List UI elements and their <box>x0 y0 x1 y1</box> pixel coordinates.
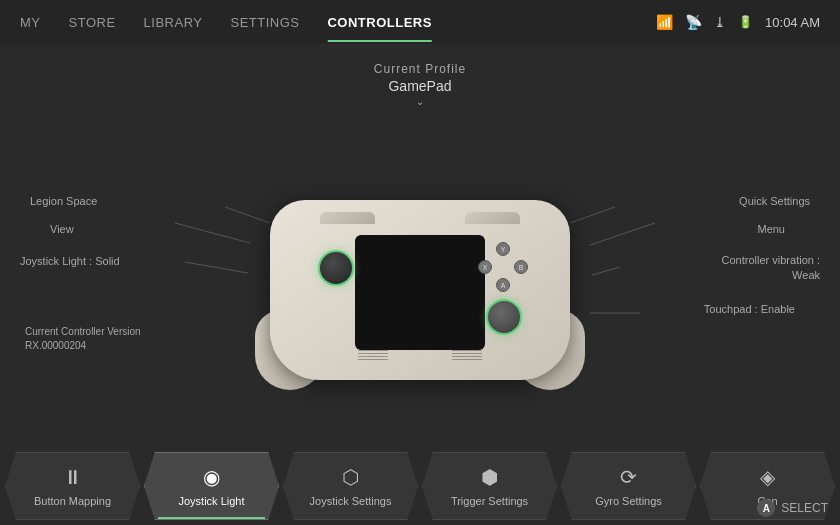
controller-image: Y A X B <box>250 180 590 390</box>
svg-line-1 <box>175 223 250 243</box>
nav-item-controllers[interactable]: CONTROLLERS <box>327 15 431 30</box>
label-joystick-solid: Joystick Light : Solid <box>20 255 120 267</box>
controller-main-body: Y A X B <box>270 200 570 380</box>
profile-section: Current Profile GamePad ⌄ <box>0 44 840 115</box>
label-quick-settings: Quick Settings <box>739 195 810 207</box>
button-y: Y <box>496 242 510 256</box>
bumper-right <box>465 212 520 224</box>
joystick-right <box>486 299 522 335</box>
label-legion-space: Legion Space <box>30 195 97 207</box>
select-label: SELECT <box>781 501 828 515</box>
joystick-light-icon: ◉ <box>203 465 220 489</box>
tab-joystick-light[interactable]: ◉ Joystick Light <box>144 452 279 520</box>
bumper-left <box>320 212 375 224</box>
bottom-tabs: ⏸ Button Mapping ◉ Joystick Light ⬡ Joys… <box>0 447 840 525</box>
top-navigation: MY STORE LIBRARY SETTINGS CONTROLLERS 📶 … <box>0 0 840 44</box>
status-bar: 📶 📡 ⤓ 🔋 10:04 AM <box>656 14 820 30</box>
tab-joystick-settings[interactable]: ⬡ Joystick Settings <box>283 452 418 520</box>
profile-name[interactable]: GamePad <box>0 78 840 94</box>
main-content: Legion Space View Joystick Light : Solid… <box>0 115 840 455</box>
tab-joystick-settings-label: Joystick Settings <box>310 495 392 507</box>
label-vibration: Controller vibration : Weak <box>722 253 820 284</box>
download-icon: ⤓ <box>714 14 726 30</box>
tab-gyro-settings-label: Gyro Settings <box>595 495 662 507</box>
joystick-settings-icon: ⬡ <box>342 465 359 489</box>
tab-trigger-settings[interactable]: ⬢ Trigger Settings <box>422 452 557 520</box>
button-b: B <box>514 260 528 274</box>
trigger-settings-icon: ⬢ <box>481 465 498 489</box>
svg-line-5 <box>592 267 620 275</box>
label-version: Current Controller Version RX.00000204 <box>25 325 141 353</box>
speaker-right <box>452 350 482 362</box>
nav-item-settings[interactable]: SETTINGS <box>230 15 299 30</box>
controller-screen <box>355 235 485 350</box>
profile-chevron[interactable]: ⌄ <box>0 96 840 107</box>
bluetooth-icon: 📡 <box>685 14 702 30</box>
tab-button-mapping[interactable]: ⏸ Button Mapping <box>5 452 140 520</box>
battery-icon: 🔋 <box>738 15 753 29</box>
tab-gyro-settings[interactable]: ⟳ Gyro Settings <box>561 452 696 520</box>
tab-joystick-light-label: Joystick Light <box>178 495 244 507</box>
con-icon: ◈ <box>760 465 775 489</box>
svg-line-4 <box>590 223 655 245</box>
nav-item-store[interactable]: STORE <box>69 15 116 30</box>
profile-label: Current Profile <box>0 62 840 76</box>
clock: 10:04 AM <box>765 15 820 30</box>
nav-item-library[interactable]: LIBRARY <box>144 15 203 30</box>
tab-button-mapping-label: Button Mapping <box>34 495 111 507</box>
abxy-buttons: Y A X B <box>478 242 528 292</box>
label-menu: Menu <box>757 223 785 235</box>
svg-line-2 <box>185 262 248 273</box>
button-a: A <box>496 278 510 292</box>
select-hint: A SELECT <box>757 499 828 517</box>
speaker-left <box>358 350 388 362</box>
label-touchpad: Touchpad : Enable <box>704 303 795 315</box>
joystick-left <box>318 250 354 286</box>
gyro-settings-icon: ⟳ <box>620 465 637 489</box>
select-badge: A <box>757 499 775 517</box>
button-x: X <box>478 260 492 274</box>
button-mapping-icon: ⏸ <box>63 466 83 489</box>
tab-trigger-settings-label: Trigger Settings <box>451 495 528 507</box>
wifi-icon: 📶 <box>656 14 673 30</box>
label-view: View <box>50 223 74 235</box>
nav-item-my[interactable]: MY <box>20 15 41 30</box>
